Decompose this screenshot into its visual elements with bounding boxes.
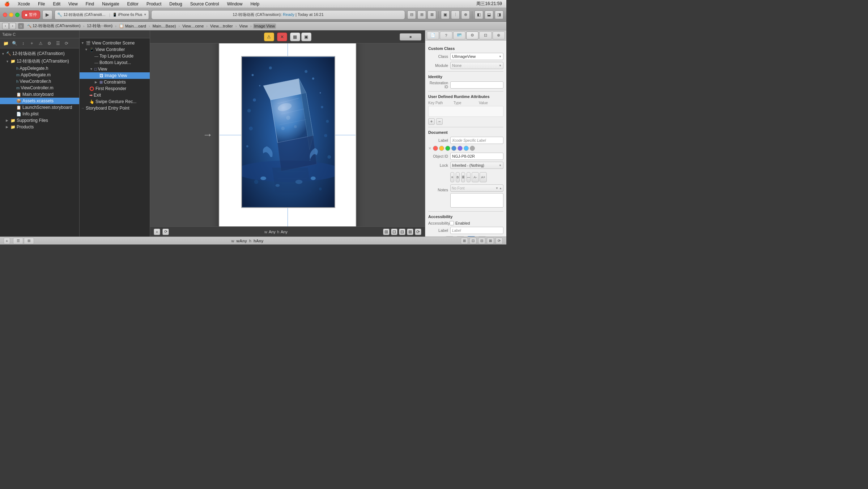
layout-btn1[interactable]: ⊞: [461, 238, 468, 244]
show-debug[interactable]: ⬓: [485, 10, 493, 19]
lock-dropdown[interactable]: Inherited - (Nothing) ▼: [450, 162, 503, 169]
close-button[interactable]: [3, 13, 7, 17]
canvas-view-btn1[interactable]: ▦: [290, 33, 300, 41]
color-dot-cyan[interactable]: [464, 146, 469, 151]
tree-item[interactable]: ▶ m ViewController.m: [0, 85, 79, 91]
color-dot-blue[interactable]: [451, 146, 456, 151]
sort-icon[interactable]: ↕: [20, 40, 27, 47]
breadcrumb-project[interactable]: 🔨 12-转场动画 (CATransition): [26, 23, 82, 29]
scroll-btn[interactable]: ⟳: [415, 229, 421, 235]
stop-button[interactable]: ■ 暂停: [22, 10, 40, 19]
inspector-btn[interactable]: ⟳: [495, 238, 503, 244]
scene-tree-item-swipe[interactable]: ▶ 👆 Swipe Gesture Rec...: [80, 98, 150, 105]
version-editor[interactable]: ⊕: [461, 10, 470, 19]
add-constraint-btn[interactable]: +: [154, 229, 160, 235]
acc-icon-circle[interactable]: ○: [456, 236, 465, 237]
hide-inspector[interactable]: ◨: [495, 10, 503, 19]
settings-icon[interactable]: ⚙: [46, 40, 53, 47]
accessibility-label-field[interactable]: Label: [450, 227, 503, 234]
search-filter-icon[interactable]: 🔍: [11, 40, 18, 47]
remove-runtime-attr-btn[interactable]: −: [436, 118, 443, 125]
acc-icon-doc[interactable]: 📄: [445, 236, 454, 237]
breadcrumb-view[interactable]: View: [238, 24, 249, 29]
tree-item[interactable]: ▶ 📄 Info.plist: [0, 111, 79, 117]
color-dot-purple[interactable]: [458, 146, 463, 151]
menu-navigate[interactable]: Navigate: [101, 1, 120, 7]
font-field[interactable]: No Font ▼ ▲: [450, 184, 503, 192]
history-icon[interactable]: ⟳: [63, 40, 70, 47]
canvas-btn-warning[interactable]: ⚠: [264, 33, 274, 41]
font-size-decrease[interactable]: A-: [472, 172, 479, 182]
breadcrumb-main-board[interactable]: 📋 Main....oard: [118, 23, 147, 29]
canvas-btn-stop[interactable]: ✕: [277, 33, 287, 41]
warning-icon[interactable]: ⚠: [37, 40, 44, 47]
tab-connections-inspector[interactable]: ⊕: [493, 31, 505, 39]
tab-attributes-inspector[interactable]: ⚙: [466, 31, 478, 39]
menu-window[interactable]: Window: [226, 1, 244, 7]
tree-item[interactable]: ▶ h ViewController.h: [0, 78, 79, 85]
tree-item[interactable]: ▶ m AppDelegate.m: [0, 72, 79, 78]
color-dot-yellow[interactable]: [439, 146, 444, 151]
scene-tree-item[interactable]: ▶ — Top Layout Guide: [80, 53, 150, 59]
notes-btn3[interactable]: ≣: [461, 172, 465, 182]
run-button[interactable]: ▶: [42, 10, 52, 20]
canvas-view-btn2[interactable]: ▣: [301, 33, 311, 41]
notes-text-area[interactable]: [450, 193, 503, 208]
scene-tree-item-exit[interactable]: ▶ ➡ Exit: [80, 92, 150, 98]
menu-xcode[interactable]: Xcode: [16, 1, 31, 7]
canvas-scroll[interactable]: →: [150, 43, 425, 226]
tree-item[interactable]: ▶ h AppDelegate.h: [0, 65, 79, 72]
breadcrumb-view-scene[interactable]: View....cene: [181, 24, 205, 29]
notes-btn4[interactable]: —: [467, 172, 471, 182]
scene-tree-item-constraints[interactable]: ▶ ⊞ Constraints: [80, 79, 150, 85]
color-dot-gray[interactable]: [470, 146, 475, 151]
tree-item[interactable]: ▼ 📁 12-转场动画 (CATransition): [0, 58, 79, 65]
breadcrumb-view-controller[interactable]: View....troller: [209, 24, 234, 29]
menu-source-control[interactable]: Source Control: [189, 1, 221, 7]
grid-view-btn[interactable]: ⊞: [24, 238, 34, 244]
breadcrumb-image-view[interactable]: Image View: [253, 24, 276, 29]
menu-help[interactable]: Help: [249, 1, 261, 7]
debug-toggle[interactable]: ⊞: [417, 10, 426, 19]
standard-editor[interactable]: ▣: [441, 10, 450, 19]
class-field[interactable]: UIImageView ▼: [450, 53, 503, 60]
menu-find[interactable]: Find: [84, 1, 95, 7]
grid-btn[interactable]: ⊞: [383, 229, 390, 235]
scene-tree-item-imageview[interactable]: ▶ 🖼 Image View: [80, 72, 150, 79]
scene-tree-item[interactable]: ▼ 🎬 View Controller Scene: [80, 40, 150, 46]
add-runtime-attr-btn[interactable]: +: [428, 118, 435, 125]
zoom-btn[interactable]: ⊟: [399, 229, 405, 235]
scene-tree-item-entry[interactable]: → Storyboard Entry Point: [80, 105, 150, 111]
tab-quick-help[interactable]: ?: [440, 31, 452, 39]
list-view-btn[interactable]: ☰: [13, 238, 23, 244]
menu-product[interactable]: Product: [145, 1, 163, 7]
tree-item-products[interactable]: ▶ 📁 Products: [0, 124, 79, 130]
tree-item-xcassets[interactable]: ▶ 📦 Assets.xcassets: [0, 98, 79, 104]
notes-btn1[interactable]: ≡: [450, 172, 454, 182]
add-icon[interactable]: +: [28, 40, 35, 47]
scene-tree-item-responder[interactable]: ▶ ⭕ First Responder: [80, 85, 150, 92]
assistant-editor[interactable]: ⋮: [451, 10, 460, 19]
scene-tree-item-view[interactable]: ▼ □ View: [80, 66, 150, 72]
scene-tree-item[interactable]: ▼ 📱 View Controller: [80, 46, 150, 53]
minimize-button[interactable]: [9, 13, 13, 17]
object-library-btn[interactable]: ⊠: [407, 229, 413, 235]
tree-item[interactable]: ▼ 🔨 12-转场动画 (CATransition): [0, 50, 79, 58]
folder-icon[interactable]: 📁: [2, 40, 9, 47]
tab-file-inspector[interactable]: 📄: [427, 31, 439, 39]
doc-label-field[interactable]: Xcode Specific Label: [450, 137, 503, 144]
gear-icon[interactable]: ☰: [54, 40, 61, 47]
font-size-increase[interactable]: A+: [480, 172, 487, 182]
zoom-fit-btn[interactable]: ⊡: [391, 229, 397, 235]
tree-item[interactable]: ▶ 📋 LaunchScreen.storyboard: [0, 104, 79, 111]
apple-menu[interactable]: 🍎: [3, 1, 11, 7]
layout-btn2[interactable]: ⊡: [469, 238, 477, 244]
image-view-box[interactable]: [241, 56, 335, 208]
obj-lib-btn[interactable]: ⊠: [487, 238, 494, 244]
notes-btn2[interactable]: B: [456, 172, 460, 182]
forward-button[interactable]: ›: [9, 23, 16, 29]
tree-item-supporting[interactable]: ▶ 📁 Supporting Files: [0, 117, 79, 124]
menu-view[interactable]: View: [67, 1, 79, 7]
menu-edit[interactable]: Edit: [51, 1, 62, 7]
layout-btn3[interactable]: ⊟: [478, 238, 485, 244]
